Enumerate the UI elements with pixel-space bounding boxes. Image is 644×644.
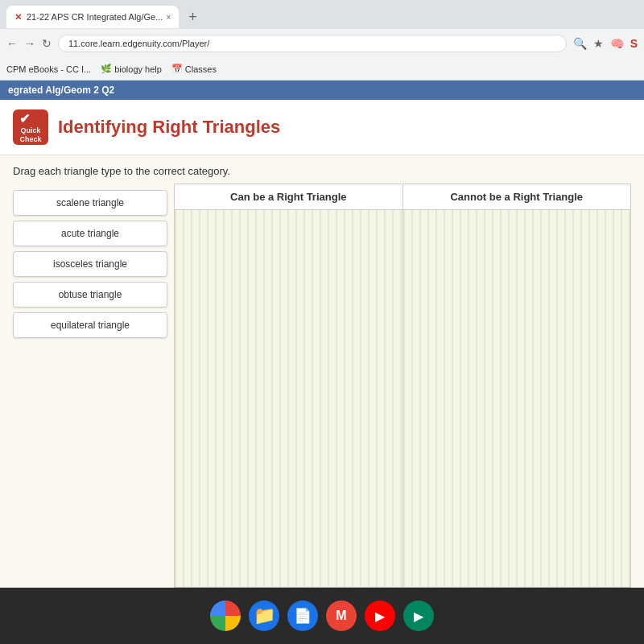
drop-zone-cannot-be-right[interactable]: Cannot be a Right Triangle (403, 184, 632, 588)
biology-icon: 🌿 (101, 64, 112, 74)
drop-zone-cannot-be-right-header: Cannot be a Right Triangle (403, 184, 631, 210)
drop-zones: Can be a Right Triangle Cannot be a Righ… (174, 184, 631, 588)
bookmark-icon[interactable]: ★ (593, 37, 604, 50)
extension-icon[interactable]: 🧠 (610, 37, 624, 50)
drop-zone-cannot-be-right-body[interactable] (403, 210, 631, 587)
app-header-label: egrated Alg/Geom 2 Q2 (8, 85, 114, 96)
browser-actions: 🔍 ★ 🧠 S (573, 37, 638, 50)
instructions: Drag each triangle type to the correct c… (0, 155, 644, 184)
youtube-icon: ▶ (375, 609, 385, 624)
profile-icon[interactable]: S (630, 37, 638, 50)
reload-icon[interactable]: ↻ (42, 37, 52, 50)
gmail-icon: M (336, 609, 346, 623)
drag-drop-area: scalene triangle acute triangle isoscele… (0, 184, 644, 588)
nav-icons: ← → ↻ (6, 37, 52, 50)
main-content: ✔ Quick Check Identifying Right Triangle… (0, 100, 644, 588)
docs-icon: 📄 (294, 607, 312, 625)
activity-header: ✔ Quick Check Identifying Right Triangle… (0, 100, 644, 155)
app-header-bar: egrated Alg/Geom 2 Q2 (0, 80, 644, 100)
tab-favicon: ✕ (14, 12, 22, 23)
tab-close-button[interactable]: × (166, 13, 171, 22)
taskbar-icon-gmail[interactable]: M (326, 601, 357, 631)
tab-bar: ✕ 21-22 APS CR Integrated Alg/Ge... × + (0, 0, 644, 29)
address-input[interactable]: 11.core.learn.edgenuity.com/Player/ (58, 35, 567, 52)
address-bar: ← → ↻ 11.core.learn.edgenuity.com/Player… (0, 29, 644, 58)
play-icon: ▶ (414, 609, 423, 624)
drop-zone-can-be-right-header: Can be a Right Triangle (175, 184, 402, 210)
folder-icon: 📁 (254, 605, 275, 626)
search-icon[interactable]: 🔍 (573, 37, 587, 50)
instructions-text: Drag each triangle type to the correct c… (13, 165, 230, 177)
drag-item-equilateral[interactable]: equilateral triangle (13, 312, 167, 338)
drag-item-isosceles[interactable]: isosceles triangle (13, 251, 167, 277)
bookmarks-bar: CPM eBooks - CC I... 🌿 biology help 📅 Cl… (0, 58, 644, 80)
classes-icon: 📅 (171, 64, 183, 74)
drop-zone-can-be-right[interactable]: Can be a Right Triangle (174, 184, 403, 588)
bookmark-biologyHelp[interactable]: 🌿 biology help (101, 64, 162, 74)
taskbar: 📁 📄 M ▶ ▶ (0, 588, 644, 644)
drag-item-obtuse[interactable]: obtuse triangle (13, 282, 167, 308)
quick-check-line1: Quick (19, 126, 41, 135)
bookmark-classes[interactable]: 📅 Classes (171, 64, 217, 74)
back-icon[interactable]: ← (6, 37, 18, 50)
drop-zone-can-be-right-body[interactable] (175, 210, 402, 587)
taskbar-icon-play[interactable]: ▶ (403, 601, 434, 631)
drag-item-acute[interactable]: acute triangle (13, 221, 167, 246)
active-tab[interactable]: ✕ 21-22 APS CR Integrated Alg/Ge... × (6, 6, 179, 28)
quick-check-line2: Check (19, 135, 41, 144)
taskbar-icon-youtube[interactable]: ▶ (365, 601, 395, 631)
bookmark-cpmeBooks[interactable]: CPM eBooks - CC I... (6, 64, 91, 74)
drag-item-scalene[interactable]: scalene triangle (13, 190, 167, 216)
quick-check-icon: ✔ Quick Check (13, 109, 48, 145)
taskbar-icon-docs[interactable]: 📄 (287, 601, 318, 631)
forward-icon[interactable]: → (24, 37, 35, 50)
browser-chrome: ✕ 21-22 APS CR Integrated Alg/Ge... × + … (0, 0, 644, 80)
tab-label: 21-22 APS CR Integrated Alg/Ge... (27, 12, 163, 22)
items-panel: scalene triangle acute triangle isoscele… (13, 184, 174, 588)
activity-title: Identifying Right Triangles (58, 117, 280, 138)
taskbar-icon-chrome[interactable] (210, 601, 241, 631)
new-tab-button[interactable]: + (182, 9, 204, 26)
taskbar-icon-folder[interactable]: 📁 (249, 601, 279, 631)
